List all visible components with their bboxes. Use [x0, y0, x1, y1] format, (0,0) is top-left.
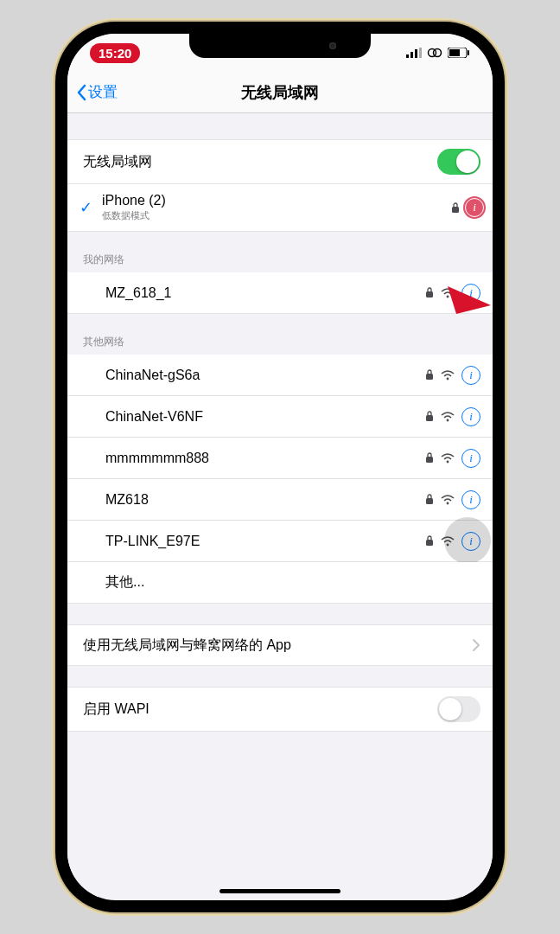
svg-rect-7	[449, 49, 460, 56]
home-indicator[interactable]	[220, 889, 340, 893]
svg-rect-3	[419, 48, 422, 58]
network-name: TP-LINK_E97E	[105, 534, 200, 549]
lock-icon	[425, 369, 434, 381]
apps-row-label: 使用无线局域网与蜂窝网络的 App	[83, 637, 291, 655]
checkmark-icon: ✓	[80, 198, 99, 217]
other-network-row[interactable]: 其他...	[67, 562, 493, 604]
page-title: 无线局域网	[76, 82, 484, 103]
svg-point-22	[447, 502, 449, 504]
info-button[interactable]: i	[461, 449, 480, 468]
wifi-icon	[441, 412, 455, 422]
wifi-icon	[441, 536, 455, 547]
connected-name: iPhone (2)	[102, 193, 166, 208]
network-row[interactable]: mmmmmmm888 i	[67, 438, 493, 479]
lock-icon	[425, 535, 434, 547]
info-button[interactable]: i	[461, 490, 480, 509]
svg-rect-8	[468, 50, 469, 55]
apps-using-wifi-row[interactable]: 使用无线局域网与蜂窝网络的 App	[67, 624, 493, 666]
info-button[interactable]: i	[461, 407, 480, 426]
chevron-left-icon	[76, 84, 86, 101]
network-name: ChinaNet-gS6a	[105, 368, 200, 383]
network-row[interactable]: MZ_618_1 i	[67, 272, 493, 314]
svg-point-20	[447, 460, 449, 463]
lock-icon	[425, 494, 434, 505]
svg-rect-15	[426, 374, 433, 380]
svg-point-16	[447, 377, 449, 380]
nav-bar: 设置 无线局域网	[67, 72, 493, 113]
info-button[interactable]: i	[461, 366, 480, 385]
lock-icon	[451, 202, 460, 214]
status-icons	[406, 48, 470, 58]
wifi-icon	[441, 495, 455, 505]
network-row[interactable]: TP-LINK_E97E i	[67, 521, 493, 562]
back-button[interactable]: 设置	[76, 82, 118, 102]
svg-rect-23	[426, 540, 433, 546]
info-button[interactable]: i	[461, 532, 480, 551]
status-time: 15:20	[90, 43, 140, 63]
svg-rect-1	[410, 52, 413, 58]
svg-rect-19	[426, 457, 433, 463]
network-name: mmmmmmm888	[105, 451, 209, 466]
info-button[interactable]: i	[463, 196, 486, 219]
wifi-icon	[441, 370, 455, 381]
network-row[interactable]: MZ618 i	[67, 479, 493, 521]
svg-rect-17	[426, 415, 433, 421]
phone-frame: 15:20 设置 无线局域网 无线局域网	[55, 22, 505, 912]
network-name: MZ_618_1	[105, 285, 172, 301]
network-name: MZ618	[105, 492, 149, 508]
cellular-icon	[406, 48, 422, 58]
svg-rect-21	[426, 498, 433, 504]
annotation-arrow-icon	[441, 279, 493, 331]
wapi-label: 启用 WAPI	[83, 700, 150, 719]
my-networks-header: 我的网络	[67, 253, 493, 272]
hotspot-icon	[427, 48, 442, 58]
connected-mode: 低数据模式	[102, 209, 166, 222]
svg-point-5	[434, 49, 442, 57]
svg-rect-9	[452, 207, 459, 213]
svg-point-18	[447, 419, 449, 421]
other-label: 其他...	[105, 573, 144, 592]
lock-icon	[425, 287, 434, 298]
svg-rect-13	[426, 291, 433, 297]
chevron-right-icon	[472, 638, 480, 652]
lock-icon	[425, 411, 434, 422]
wifi-icon	[441, 453, 455, 464]
connected-network-row[interactable]: ✓ iPhone (2) 低数据模式 i	[67, 184, 493, 232]
notch	[189, 34, 371, 58]
wapi-row[interactable]: 启用 WAPI	[67, 687, 493, 732]
screen: 15:20 设置 无线局域网 无线局域网	[67, 34, 493, 900]
network-row[interactable]: ChinaNet-gS6a i	[67, 355, 493, 396]
network-row[interactable]: ChinaNet-V6NF i	[67, 396, 493, 438]
battery-icon	[448, 48, 470, 58]
wifi-toggle[interactable]	[437, 149, 480, 175]
network-name: ChinaNet-V6NF	[105, 409, 203, 425]
wifi-label: 无线局域网	[83, 153, 152, 171]
other-networks-header: 其他网络	[67, 335, 493, 355]
lock-icon	[425, 452, 434, 464]
svg-rect-2	[415, 49, 417, 58]
back-label: 设置	[88, 82, 118, 102]
wapi-toggle[interactable]	[437, 696, 480, 722]
svg-rect-0	[406, 54, 409, 58]
wifi-toggle-row[interactable]: 无线局域网	[67, 139, 493, 184]
svg-point-24	[447, 543, 449, 546]
content[interactable]: 无线局域网 ✓ iPhone (2) 低数据模式 i	[67, 113, 493, 897]
svg-marker-12	[448, 286, 491, 314]
